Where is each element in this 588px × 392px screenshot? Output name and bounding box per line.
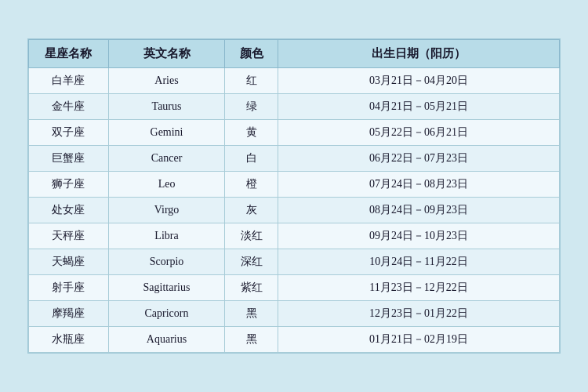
cell-english: Libra xyxy=(108,223,225,249)
cell-color: 白 xyxy=(225,146,278,172)
cell-color: 黄 xyxy=(225,120,278,146)
cell-chinese: 狮子座 xyxy=(29,172,109,198)
cell-date: 10月24日－11月22日 xyxy=(278,249,560,275)
cell-date: 04月21日－05月21日 xyxy=(278,94,560,120)
cell-color: 紫红 xyxy=(225,275,278,301)
table-row: 射手座Sagittarius紫红11月23日－12月22日 xyxy=(29,275,560,301)
cell-english: Cancer xyxy=(108,146,225,172)
header-english: 英文名称 xyxy=(108,40,225,68)
cell-english: Virgo xyxy=(108,198,225,223)
cell-color: 红 xyxy=(225,68,278,94)
cell-english: Gemini xyxy=(108,120,225,146)
cell-chinese: 水瓶座 xyxy=(29,327,109,353)
table-row: 白羊座Aries红03月21日－04月20日 xyxy=(29,68,560,94)
cell-chinese: 金牛座 xyxy=(29,94,109,120)
cell-english: Capricorn xyxy=(108,301,225,327)
cell-chinese: 天秤座 xyxy=(29,223,109,249)
table-row: 摩羯座Capricorn黑12月23日－01月22日 xyxy=(29,301,560,327)
cell-date: 06月22日－07月23日 xyxy=(278,146,560,172)
table-row: 金牛座Taurus绿04月21日－05月21日 xyxy=(29,94,560,120)
cell-chinese: 处女座 xyxy=(29,198,109,223)
cell-date: 05月22日－06月21日 xyxy=(278,120,560,146)
table-row: 水瓶座Aquarius黑01月21日－02月19日 xyxy=(29,327,560,353)
cell-date: 11月23日－12月22日 xyxy=(278,275,560,301)
cell-date: 01月21日－02月19日 xyxy=(278,327,560,353)
cell-chinese: 双子座 xyxy=(29,120,109,146)
cell-chinese: 巨蟹座 xyxy=(29,146,109,172)
cell-date: 07月24日－08月23日 xyxy=(278,172,560,198)
cell-color: 黑 xyxy=(225,301,278,327)
cell-chinese: 白羊座 xyxy=(29,68,109,94)
cell-chinese: 天蝎座 xyxy=(29,249,109,275)
cell-chinese: 射手座 xyxy=(29,275,109,301)
cell-color: 黑 xyxy=(225,327,278,353)
cell-color: 淡红 xyxy=(225,223,278,249)
table-row: 双子座Gemini黄05月22日－06月21日 xyxy=(29,120,560,146)
cell-date: 12月23日－01月22日 xyxy=(278,301,560,327)
cell-color: 绿 xyxy=(225,94,278,120)
table-row: 天蝎座Scorpio深红10月24日－11月22日 xyxy=(29,249,560,275)
zodiac-table: 星座名称 英文名称 颜色 出生日期（阳历） 白羊座Aries红03月21日－04… xyxy=(28,39,560,353)
cell-chinese: 摩羯座 xyxy=(29,301,109,327)
cell-color: 灰 xyxy=(225,198,278,223)
cell-english: Taurus xyxy=(108,94,225,120)
cell-color: 橙 xyxy=(225,172,278,198)
table-row: 处女座Virgo灰08月24日－09月23日 xyxy=(29,198,560,223)
cell-english: Sagittarius xyxy=(108,275,225,301)
cell-english: Aries xyxy=(108,68,225,94)
cell-english: Scorpio xyxy=(108,249,225,275)
cell-english: Leo xyxy=(108,172,225,198)
cell-color: 深红 xyxy=(225,249,278,275)
table-body: 白羊座Aries红03月21日－04月20日金牛座Taurus绿04月21日－0… xyxy=(29,68,560,353)
zodiac-table-container: 星座名称 英文名称 颜色 出生日期（阳历） 白羊座Aries红03月21日－04… xyxy=(27,38,561,354)
table-row: 巨蟹座Cancer白06月22日－07月23日 xyxy=(29,146,560,172)
cell-date: 09月24日－10月23日 xyxy=(278,223,560,249)
cell-english: Aquarius xyxy=(108,327,225,353)
table-row: 狮子座Leo橙07月24日－08月23日 xyxy=(29,172,560,198)
cell-date: 03月21日－04月20日 xyxy=(278,68,560,94)
header-date: 出生日期（阳历） xyxy=(278,40,560,68)
header-chinese: 星座名称 xyxy=(29,40,109,68)
table-row: 天秤座Libra淡红09月24日－10月23日 xyxy=(29,223,560,249)
cell-date: 08月24日－09月23日 xyxy=(278,198,560,223)
header-color: 颜色 xyxy=(225,40,278,68)
table-header-row: 星座名称 英文名称 颜色 出生日期（阳历） xyxy=(29,40,560,68)
